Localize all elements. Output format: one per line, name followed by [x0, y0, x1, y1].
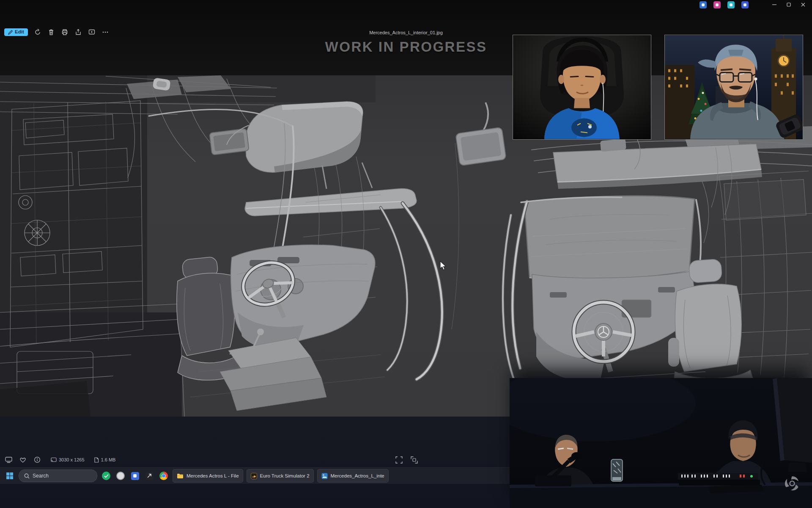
teal-app-icon[interactable] [727, 1, 735, 8]
edit-button[interactable]: Edit [4, 28, 28, 36]
file-icon [94, 457, 99, 463]
rotate-button[interactable] [34, 29, 41, 36]
info-button[interactable] [33, 456, 41, 464]
slideshow-button[interactable] [88, 29, 96, 36]
image-filesize: 1.6 MB [94, 457, 116, 463]
maximize-icon [787, 3, 791, 7]
studio-camera-view [510, 378, 812, 508]
circle-app-icon [116, 472, 125, 480]
ellipsis-icon [102, 29, 109, 36]
blue-square-app-icon [131, 472, 139, 480]
dark-square-app-icon [145, 472, 154, 480]
pinned-app-chrome[interactable] [158, 470, 169, 481]
taskbar-window-ets2[interactable]: Euro Truck Simulator 2 [247, 469, 314, 483]
image-filename: Mercedes_Actros_L_interior_01.jpg [0, 30, 812, 35]
window-controls [769, 1, 809, 8]
scs-software-logo [782, 473, 802, 494]
close-button[interactable] [798, 1, 809, 8]
chrome-icon [159, 472, 168, 480]
pinned-app-circle[interactable] [115, 470, 126, 481]
stream-stage: Edit Mercedes_Actros_L_interior_01.jpg W… [0, 0, 812, 508]
delete-button[interactable] [48, 29, 55, 36]
slideshow-icon [88, 29, 95, 36]
folder-icon [177, 473, 184, 479]
photo-file-icon [321, 473, 328, 479]
work-in-progress-watermark: WORK IN PROGRESS [0, 39, 812, 55]
image-dimensions-value: 3030 x 1265 [59, 457, 85, 462]
dimensions-icon [51, 457, 57, 462]
image-filesize-value: 1.6 MB [101, 457, 116, 462]
pinned-app-blue[interactable] [129, 470, 140, 481]
more-options-button[interactable] [102, 29, 109, 36]
ets2-icon [251, 473, 257, 479]
indigo-app-icon[interactable] [741, 1, 749, 8]
pinned-app-dark[interactable] [144, 470, 155, 481]
photos-toolbar: Edit [4, 26, 109, 38]
print-button[interactable] [61, 29, 69, 36]
info-icon [34, 456, 41, 463]
fit-to-window-icon [395, 456, 403, 464]
taskbar-window-label: Euro Truck Simulator 2 [260, 473, 310, 478]
pencil-icon [8, 30, 13, 35]
titlebar-tray-icons [700, 1, 749, 8]
filmstrip-toggle-button[interactable] [4, 456, 13, 464]
taskbar-window-photos[interactable]: Mercedes_Actros_L_inte [317, 469, 389, 483]
taskbar-window-label: Mercedes Actros L - File [187, 473, 239, 478]
favorite-button[interactable] [19, 456, 27, 464]
image-dimensions: 3030 x 1265 [51, 457, 85, 462]
search-icon [24, 473, 30, 479]
taskbar-search[interactable]: Search [19, 469, 97, 482]
photos-statusbar: 3030 x 1265 1.6 MB [4, 455, 115, 465]
minimize-button[interactable] [769, 1, 780, 8]
taskbar-window-label: Mercedes_Actros_L_inte [331, 473, 384, 478]
printer-icon [61, 29, 68, 36]
trash-icon [48, 29, 55, 36]
search-placeholder: Search [33, 473, 49, 479]
taskbar-window-explorer[interactable]: Mercedes Actros L - File [173, 469, 243, 483]
check-app-icon [102, 472, 110, 480]
mouse-cursor [440, 261, 447, 273]
heart-icon [19, 457, 26, 463]
share-button[interactable] [75, 29, 82, 36]
minimize-icon [772, 3, 776, 7]
windows-logo-icon [6, 472, 14, 480]
maximize-button[interactable] [783, 1, 794, 8]
close-icon [801, 3, 805, 7]
blue-app-icon[interactable] [700, 1, 707, 8]
start-button[interactable] [4, 470, 15, 481]
zoom-actual-size-button[interactable] [410, 456, 418, 464]
fit-to-window-button[interactable] [395, 456, 403, 464]
pinned-app-check[interactable] [101, 470, 112, 481]
share-icon [75, 29, 82, 36]
photos-zoom-controls [395, 456, 418, 464]
rotate-icon [34, 29, 41, 36]
magenta-app-icon[interactable] [713, 1, 721, 8]
edit-button-label: Edit [15, 30, 24, 35]
zoom-icon [411, 456, 418, 464]
filmstrip-icon [5, 457, 12, 463]
